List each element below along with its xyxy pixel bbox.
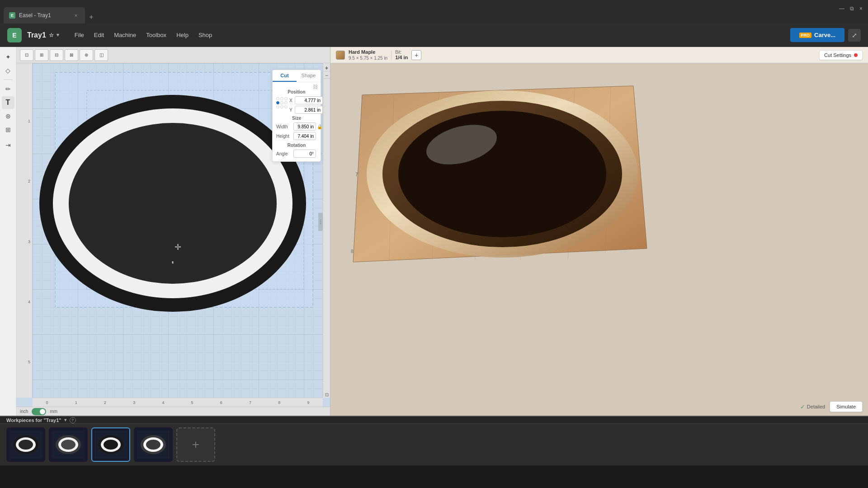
toolbar-layers-tool[interactable]: ⊞ xyxy=(2,123,14,136)
toolbar-divider xyxy=(4,80,13,80)
workpieces-header: Workpieces for "Tray1" ▾ ? xyxy=(0,417,868,424)
material-swatch xyxy=(336,51,345,60)
x-input[interactable] xyxy=(295,96,323,104)
height-input[interactable] xyxy=(293,132,316,140)
star-icon[interactable]: ☆ xyxy=(49,32,54,38)
project-dropdown-icon[interactable]: ▾ xyxy=(57,32,59,38)
workpiece-add-button[interactable]: + xyxy=(176,427,215,462)
align-center-h-button[interactable]: ⊞ xyxy=(35,49,48,61)
material-info: Hard Maple 9.5 × 5.75 × 1.25 in xyxy=(349,49,387,60)
pos-dot-tr[interactable] xyxy=(284,97,288,100)
workpieces-items-container: + xyxy=(0,424,868,465)
menu-file[interactable]: File xyxy=(70,29,89,41)
zoom-in-button[interactable]: + xyxy=(324,65,330,71)
check-icon: ✓ xyxy=(800,404,805,410)
shape-tab[interactable]: Shape xyxy=(297,70,321,82)
menu-machine[interactable]: Machine xyxy=(109,29,141,41)
svg-text:+: + xyxy=(172,261,174,265)
preview-top-bar: Hard Maple 9.5 × 5.75 × 1.25 in Bit: 1/4… xyxy=(330,47,868,63)
width-input[interactable] xyxy=(293,122,316,131)
svg-point-19 xyxy=(398,111,606,237)
width-label: Width xyxy=(276,124,292,129)
bit-label: Bit: xyxy=(395,50,408,55)
browser-tab[interactable]: E Easel - Tray1 × xyxy=(4,7,85,23)
ruler-vertical: 5 4 3 2 1 xyxy=(16,63,33,398)
unit-mm-label: mm xyxy=(50,409,57,414)
tab-close-icon[interactable]: × xyxy=(72,12,80,19)
app-header: E Tray1 ☆ ▾ File Edit Machine Toolbox He… xyxy=(0,23,868,47)
new-tab-button[interactable]: + xyxy=(85,11,98,23)
preview-panel: Hard Maple 9.5 × 5.75 × 1.25 in Bit: 1/4… xyxy=(330,47,868,416)
pos-dot-bc[interactable] xyxy=(280,105,283,108)
menu-edit[interactable]: Edit xyxy=(90,29,108,41)
pos-dot-br[interactable] xyxy=(284,105,288,108)
bit-section: Bit: 1/4 in xyxy=(395,50,408,60)
svg-text:8: 8 xyxy=(351,249,354,254)
zoom-fit-button[interactable]: ⊡ xyxy=(324,391,330,398)
preview-footer: ✓ Detailed Simulate xyxy=(800,401,863,412)
properties-panel: Cut Shape ⛓ Position xyxy=(272,70,321,162)
toolbar-import-tool[interactable]: ⇥ xyxy=(2,139,14,151)
toolbar-node-tool[interactable]: ⊛ xyxy=(2,110,14,122)
bit-value: 1/4 in xyxy=(395,55,408,60)
position-section-title: Position xyxy=(276,89,317,94)
menu-shop[interactable]: Shop xyxy=(194,29,217,41)
align-center-v-button[interactable]: ⊛ xyxy=(80,49,93,61)
pos-dot-tc[interactable] xyxy=(280,97,283,100)
menu-help[interactable]: Help xyxy=(172,29,193,41)
cut-settings-button[interactable]: Cut Settings xyxy=(819,50,863,60)
zoom-out-button[interactable]: − xyxy=(324,72,330,79)
angle-label: Angle xyxy=(276,151,292,156)
side-drag-handle[interactable] xyxy=(318,213,323,231)
rotation-section-title: Rotation xyxy=(276,143,317,148)
x-label: X xyxy=(289,98,294,103)
preview-3d-content[interactable]: 0 1 2 3 4 5 6 7 8 9 10 11 8 7 xyxy=(330,63,868,416)
canvas-bottom-bar: inch mm xyxy=(16,407,330,416)
window-close-button[interactable]: × xyxy=(859,5,863,12)
material-divider xyxy=(391,51,392,60)
workpiece-item-3[interactable] xyxy=(91,427,130,462)
app-logo: E xyxy=(7,28,22,42)
detailed-checkbox[interactable]: ✓ Detailed xyxy=(800,404,825,410)
align-left-button[interactable]: ⊡ xyxy=(20,49,33,61)
tab-title: Easel - Tray1 xyxy=(19,12,51,19)
pos-dot-ml[interactable] xyxy=(276,101,279,104)
restore-button[interactable]: ⧉ xyxy=(850,5,854,12)
lock-icon[interactable]: 🔒 xyxy=(317,124,322,129)
canvas-toolbar: ⊡ ⊞ ⊟ ⊠ ⊛ ◫ xyxy=(16,47,330,63)
angle-input[interactable] xyxy=(293,150,316,158)
workpieces-help-icon[interactable]: ? xyxy=(70,417,76,423)
pos-dot-mr[interactable] xyxy=(284,101,288,104)
detailed-label: Detailed xyxy=(807,404,825,409)
workpiece-item-2[interactable] xyxy=(49,427,88,462)
material-dims: 9.5 × 5.75 × 1.25 in xyxy=(349,56,387,61)
menu-toolbox[interactable]: Toolbox xyxy=(142,29,171,41)
pos-dot-mc[interactable] xyxy=(280,101,283,104)
toolbar-text-tool[interactable]: T xyxy=(2,96,14,109)
toolbar-pen-tool[interactable]: ✏ xyxy=(2,83,14,95)
pos-dot-bl[interactable] xyxy=(276,105,279,108)
toolbar-shape-tool[interactable]: ◇ xyxy=(2,64,14,77)
cut-tab[interactable]: Cut xyxy=(273,70,297,82)
align-top-button[interactable]: ⊠ xyxy=(65,49,78,61)
workpiece-item-4[interactable] xyxy=(134,427,173,462)
add-bit-button[interactable]: + xyxy=(411,50,421,60)
left-toolbar: ✦ ◇ ✏ T ⊛ ⊞ ⇥ xyxy=(0,47,16,416)
pos-dot-tl[interactable] xyxy=(276,97,279,100)
size-section-title: Size xyxy=(276,116,317,121)
simulate-button[interactable]: Simulate xyxy=(830,401,863,412)
align-right-button[interactable]: ⊟ xyxy=(50,49,63,61)
carve-button[interactable]: PRO Carve... xyxy=(790,28,845,42)
expand-button[interactable]: ⤢ xyxy=(848,29,861,42)
y-label: Y xyxy=(289,108,294,113)
toolbar-select-tool[interactable]: ✦ xyxy=(2,51,14,63)
unit-toggle[interactable] xyxy=(32,408,46,415)
align-bottom-button[interactable]: ◫ xyxy=(94,49,108,61)
workpiece-item-1[interactable] xyxy=(6,427,45,462)
svg-point-38 xyxy=(19,440,33,450)
minimize-button[interactable]: — xyxy=(839,5,844,12)
workpieces-dropdown-icon[interactable]: ▾ xyxy=(64,417,67,423)
y-input[interactable] xyxy=(295,106,323,114)
material-name: Hard Maple xyxy=(349,49,387,55)
workpieces-title: Workpieces for "Tray1" xyxy=(6,418,61,423)
